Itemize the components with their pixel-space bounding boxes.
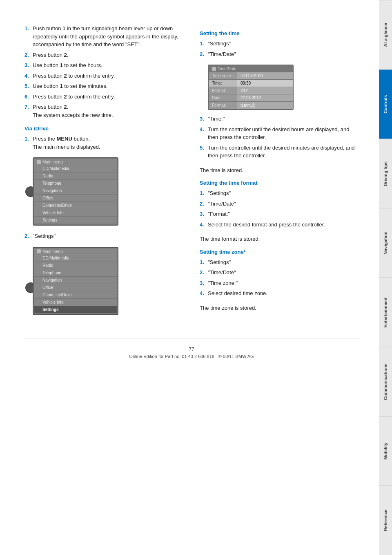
timedate-row-format1: Format: 24 h [209,87,293,94]
via-idrive-step2-list: 2. "Settings" [24,232,183,240]
via-idrive-heading: Via iDrive [24,125,183,132]
step-text-6: Press button 2 to confirm the entry. [33,93,183,101]
menu2-body: CD/Multimedia Radio Telephone Navigation… [34,255,117,313]
step-4: 4. Press button 2 to confirm the entry. [24,72,183,80]
td-value-timezone: UTC +01:00 [237,72,293,79]
step-num-5: 5. [24,82,33,90]
fmt-step-text-4: Select the desired format and press the … [208,221,359,229]
timedate-screen: Time/Date Time zone: UTC +01:00 Time: 09… [208,65,294,110]
fmt-step-num-3: 3. [200,210,208,218]
tz-step-text-1: "Settings" [208,258,359,266]
sidebar-tab-navigation[interactable]: Navigation [379,208,392,278]
menu1-item-cdmultimedia: CD/Multimedia [34,165,117,172]
menu1-item-radio: Radio [34,172,117,180]
sidebar-tab-entertainment[interactable]: Entertainment [379,278,392,347]
sidebar-tab-driving-tips[interactable]: Driving tips [379,139,392,208]
fmt-step-text-3: "Format:" [208,210,359,218]
td-label-timezone: Time zone: [209,72,237,79]
format-stored-text: The time format is stored. [200,235,359,243]
step-num-2: 2. [24,51,33,59]
st-step-text-1: "Settings" [208,40,359,48]
tz-step-text-2: "Time/Date" [208,269,359,277]
menu-mockup-1: Main menu CD/Multimedia Radio Telephone … [33,157,118,226]
fmt-step-text-1: "Settings" [208,189,359,197]
menu1-title: Main menu [42,160,62,164]
timedate-row-date: Date: 27.05.2012 [209,94,293,102]
menu1-item-office: Office [34,195,117,202]
step-text-7: Press button 2.The system accepts the ne… [33,103,183,119]
td-value-date: 27.05.2012 [237,94,293,101]
step-text-4: Press button 2 to confirm the entry. [33,72,183,80]
td-label-time: Time: [209,80,237,87]
idrive-step-text-2: "Settings" [33,232,183,240]
menu1-item-vehicleinfo: Vehicle Info [34,209,117,217]
format-steps-list: 1. "Settings" 2. "Time/Date" 3. "Format:… [200,189,359,228]
step-text-2: Press button 2. [33,51,183,59]
fmt-step-num-2: 2. [200,200,208,208]
setting-time-steps-list: 1. "Settings" 2. "Time/Date" [200,40,359,58]
idrive-step-1: 1. Press the MENU button.The main menu i… [24,135,183,151]
step-num-3: 3. [24,61,33,69]
step-7: 7. Press button 2.The system accepts the… [24,103,183,119]
timedate-icon [212,67,216,71]
menu2-title-bar: Main menu [34,248,117,255]
menu-mockup-2: Main menu CD/Multimedia Radio Telephone … [33,247,118,315]
sidebar-tab-reference[interactable]: Reference [379,486,392,555]
td-value-format2: tt.mm.jjjj [237,102,293,109]
menu2-item-radio: Radio [34,262,117,269]
idrive-step-num-1: 1. [24,135,33,151]
timezone-step-4: 4. Select desired time zone. [200,289,359,298]
menu1-item-connecteddrive: ConnectedDrive [34,202,117,209]
tz-step-num-1: 1. [200,258,208,266]
fmt-step-num-1: 1. [200,189,208,197]
timedate-title-text: Time/Date [218,67,236,71]
menu2-item-vehicleinfo: Vehicle Info [34,299,117,306]
setting-time-step-3: 3. "Time:" [200,115,359,123]
step-num-6: 6. [24,93,33,101]
menu2-title-icon [37,249,41,253]
sidebar-tab-controls[interactable]: Controls [379,69,392,139]
step-3: 3. Use button 1 to set the hours. [24,61,183,69]
st-step-num-5: 5. [200,144,208,160]
timedate-row-format2: Format: tt.mm.jjjj [209,102,293,109]
setting-time-steps2-list: 3. "Time:" 4. Turn the controller until … [200,115,359,160]
menu1-item-navigation: Navigation [34,187,117,195]
st-step-text-3: "Time:" [208,115,359,123]
menu1-title-bar: Main menu [34,159,117,165]
idrive-step-num-2: 2. [24,232,33,240]
format-step-1: 1. "Settings" [200,189,359,197]
st-step-text-2: "Time/Date" [208,50,359,58]
sidebar-tab-mobility[interactable]: Mobility [379,416,392,486]
menu2-item-cdmultimedia: CD/Multimedia [34,255,117,262]
menu1-body: CD/Multimedia Radio Telephone Navigation… [34,165,117,224]
tz-step-num-2: 2. [200,269,208,277]
menu2-item-office: Office [34,284,117,291]
setting-timezone-heading: Setting time zone* [200,249,359,255]
step-num-1: 1. [24,25,33,49]
td-value-time: 09:30 [237,80,293,87]
sidebar-tab-at-a-glance[interactable]: At a glance [379,0,392,69]
format-step-4: 4. Select the desired format and press t… [200,221,359,229]
setting-time-heading: Setting the time [200,30,359,36]
td-label-format1: Format: [209,87,237,94]
via-idrive-steps-list: 1. Press the MENU button.The main menu i… [24,135,183,151]
st-step-num-1: 1. [200,40,208,48]
timezone-steps-list: 1. "Settings" 2. "Time/Date" 3. "Time zo… [200,258,359,298]
st-step-num-2: 2. [200,50,208,58]
sidebar-tabs: At a glance Controls Driving tips Naviga… [379,0,392,555]
timedate-row-time: Time: 09:30 [209,80,293,87]
menu2-item-connecteddrive: ConnectedDrive [34,291,117,299]
timezone-step-1: 1. "Settings" [200,258,359,266]
right-column: Setting the time 1. "Settings" 2. "Time/… [200,25,359,322]
tz-step-text-4: Select desired time zone. [208,289,359,298]
step-1: 1. Push button 1 in the turn signal/high… [24,25,183,49]
st-step-text-5: Turn the controller until the desired mi… [208,144,359,160]
setting-time-step-5: 5. Turn the controller until the desired… [200,144,359,160]
sidebar-tab-communications[interactable]: Communications [379,347,392,416]
setting-time-format-heading: Setting the time format [200,180,359,186]
st-step-num-4: 4. [200,125,208,141]
page-footer: 77 Online Edition for Part no. 01 40 2 6… [24,338,359,367]
copyright-text: Online Edition for Part no. 01 40 2 606 … [24,354,359,359]
page-number: 77 [24,347,359,352]
fmt-step-num-4: 4. [200,221,208,229]
